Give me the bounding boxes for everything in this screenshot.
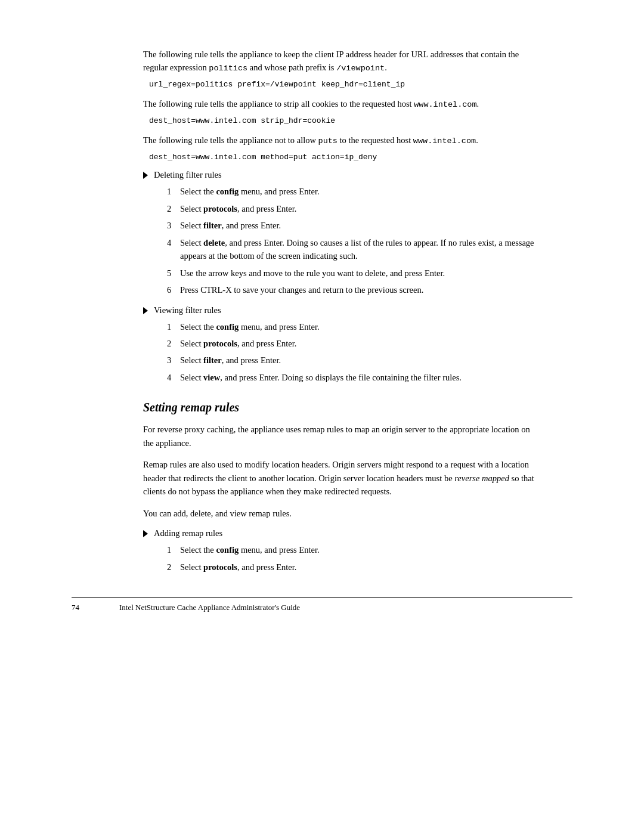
section-para1: For reverse proxy caching, the appliance… [143, 423, 537, 450]
bold-delete: delete [203, 238, 225, 247]
adding-step-1: 1 Select the config menu, and press Ente… [167, 543, 537, 556]
intro-para3-code: puts [318, 137, 338, 145]
section-para1-text: For reverse proxy caching, the appliance… [143, 423, 537, 450]
viewing-step-1: 1 Select the config menu, and press Ente… [167, 320, 537, 333]
intro-para3-host: www.intel.com [413, 137, 476, 145]
deleting-step-3: 3 Select filter, and press Enter. [167, 219, 537, 232]
code3-text: dest_host=www.intel.com method=put actio… [149, 153, 377, 162]
bold-filter-1: filter [203, 221, 222, 230]
section-para3-text: You can add, delete, and view remap rule… [143, 507, 537, 520]
intro-para1-code2: /viewpoint [336, 64, 385, 73]
intro-para2-text: The following rule tells the appliance t… [143, 97, 537, 112]
viewing-bullet-title: Viewing filter rules [143, 305, 537, 315]
viewing-step-3: 3 Select filter, and press Enter. [167, 354, 537, 367]
footer-title-text: Intel NetStructure Cache Appliance Admin… [119, 603, 300, 612]
intro-para1: The following rule tells the appliance t… [143, 48, 537, 89]
deleting-step-6: 6 Press CTRL-X to save your changes and … [167, 283, 537, 296]
intro-para1-code: politics [209, 64, 247, 73]
intro-para2: The following rule tells the appliance t… [143, 97, 537, 125]
intro-para1-cont: and whose path prefix is [247, 63, 336, 72]
deleting-step-4: 4 Select delete, and press Enter. Doing … [167, 236, 537, 263]
content-area: The following rule tells the appliance t… [143, 48, 537, 574]
footer: 74 Intel NetStructure Cache Appliance Ad… [72, 597, 572, 612]
intro-para3-cont: to the requested host [338, 135, 413, 145]
viewing-step-4: 4 Select view, and press Enter. Doing so… [167, 371, 537, 384]
section-heading-text: Setting remap rules [143, 401, 239, 414]
bold-protocols-3: protocols [203, 562, 237, 572]
intro-para1-text: The following rule tells the appliance t… [143, 48, 537, 75]
section-para2: Remap rules are also used to modify loca… [143, 458, 537, 498]
code-block-2: dest_host=www.intel.com strip_hdr=cookie [143, 116, 537, 125]
bold-protocols-1: protocols [203, 204, 237, 213]
intro-para1-end: . [385, 63, 387, 72]
intro-para3-text: The following rule tells the appliance n… [143, 134, 537, 148]
intro-para3: The following rule tells the appliance n… [143, 134, 537, 162]
bold-config-1: config [216, 187, 239, 196]
deleting-step-5: 5 Use the arrow keys and move to the rul… [167, 267, 537, 280]
bullet-triangle-deleting [143, 172, 148, 179]
bold-config-2: config [216, 322, 239, 332]
footer-page-number: 74 [72, 603, 95, 612]
section-para2-text: Remap rules are also used to modify loca… [143, 458, 537, 498]
bold-protocols-2: protocols [203, 339, 237, 348]
deleting-title-text: Deleting filter rules [154, 170, 222, 180]
section-para3: You can add, delete, and view remap rule… [143, 507, 537, 520]
viewing-step-2: 2 Select protocols, and press Enter. [167, 337, 537, 350]
code-block-3: dest_host=www.intel.com method=put actio… [143, 153, 537, 162]
intro-para2-host: www.intel.com [414, 100, 476, 109]
adding-section: Adding remap rules 1 Select the config m… [143, 528, 537, 574]
page: The following rule tells the appliance t… [0, 0, 644, 833]
section-heading: Setting remap rules [143, 401, 537, 414]
bullet-triangle-adding [143, 530, 148, 537]
deleting-steps-list: 1 Select the config menu, and press Ente… [167, 185, 537, 296]
bold-view: view [203, 373, 220, 382]
adding-bullet-title: Adding remap rules [143, 528, 537, 538]
code1-text: url_regex=politics prefix=/viewpoint kee… [149, 80, 405, 89]
deleting-section: Deleting filter rules 1 Select the confi… [143, 170, 537, 296]
viewing-title-text: Viewing filter rules [154, 305, 221, 315]
adding-steps-list: 1 Select the config menu, and press Ente… [167, 543, 537, 574]
code-block-1: url_regex=politics prefix=/viewpoint kee… [143, 80, 537, 89]
viewing-section: Viewing filter rules 1 Select the config… [143, 305, 537, 385]
code2-text: dest_host=www.intel.com strip_hdr=cookie [149, 116, 335, 125]
bold-config-3: config [216, 545, 239, 555]
bullet-triangle-viewing [143, 307, 148, 314]
intro-para3-start: The following rule tells the appliance n… [143, 135, 318, 145]
adding-title-text: Adding remap rules [154, 528, 222, 538]
viewing-steps-list: 1 Select the config menu, and press Ente… [167, 320, 537, 385]
deleting-bullet-title: Deleting filter rules [143, 170, 537, 180]
bold-filter-2: filter [203, 355, 222, 365]
deleting-step-1: 1 Select the config menu, and press Ente… [167, 185, 537, 198]
intro-para2-start: The following rule tells the appliance t… [143, 99, 414, 109]
deleting-step-2: 2 Select protocols, and press Enter. [167, 202, 537, 215]
intro-para3-end: . [476, 135, 478, 145]
adding-step-2: 2 Select protocols, and press Enter. [167, 561, 537, 574]
section-para2-italic: reverse mapped [454, 473, 509, 483]
intro-para2-end: . [477, 99, 479, 109]
